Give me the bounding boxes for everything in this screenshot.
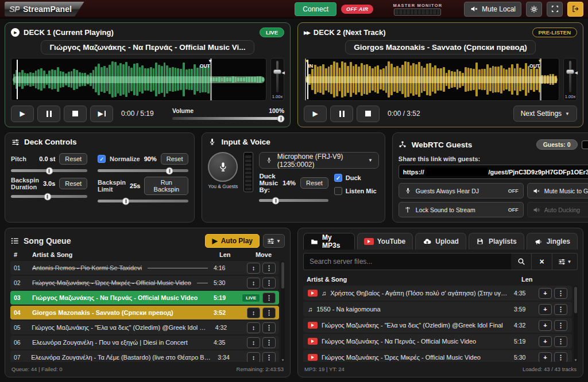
duck-reset-button[interactable]: Reset [300, 177, 328, 189]
pitch-slider[interactable] [11, 169, 87, 172]
deck1-live-badge: LIVE [260, 28, 284, 37]
queue-row[interactable]: 02Γιώργος Μαζωνάκης - Ώρες Μικρές - Offi… [10, 276, 279, 290]
queue-row[interactable]: 05Γιώργος Μαζωνάκης - "Ελα να δεις" (Ozl… [10, 321, 279, 334]
run-backspin-button[interactable]: Run Backspin [144, 177, 188, 195]
clear-search-button[interactable]: × [532, 253, 552, 270]
deck2-rate-slider-thumb[interactable] [566, 69, 574, 74]
library-row-menu-button[interactable]: ⋮ [554, 288, 567, 299]
tab-youtube[interactable]: YouTube [357, 233, 413, 250]
backspin-limit-slider[interactable] [98, 200, 188, 202]
library-row-menu-button[interactable]: ⋮ [554, 304, 567, 315]
guest-link-field[interactable]: https:// /guest/PjnC3D9z9pH7GDFp1OEr3Dd2… [399, 165, 588, 179]
normalize-slider[interactable] [98, 169, 188, 172]
logout-button[interactable] [567, 2, 583, 17]
deck1-volume-slider-thumb[interactable] [277, 115, 285, 122]
auto-play-button[interactable]: ▶ Auto Play [205, 234, 260, 248]
deck1-pause-button[interactable] [37, 106, 60, 122]
queue-row[interactable]: 06Ελεωνόρα Ζουγανέλη - Που να εξηγώ | Di… [10, 336, 279, 349]
duck-music-slider-thumb[interactable] [272, 197, 280, 204]
deck2-pause-button[interactable] [330, 106, 353, 122]
library-row-add-button[interactable]: + [539, 320, 552, 331]
normalize-checkbox[interactable]: ✓ [98, 155, 106, 163]
tab-playlists[interactable]: Playlists [469, 233, 524, 250]
listen-mic-checkbox-row[interactable]: Listen Mic [334, 187, 379, 195]
deck2-waveform[interactable]: ▼ IN ▼ OUT [304, 58, 559, 101]
queue-scrollbar[interactable]: ▼ [281, 261, 285, 362]
queue-row-move-button[interactable]: ↕ [247, 278, 260, 289]
library-row-menu-button[interactable]: ⋮ [554, 352, 567, 362]
queue-row[interactable]: 04Giorgos Mazonakis - Savvato (Српски пр… [10, 306, 279, 319]
library-row-add-button[interactable]: + [539, 304, 552, 315]
queue-row[interactable]: 07Ελεωνόρα Ζουγανέλη - Τα Λέμε (Bastardo… [10, 350, 279, 362]
normalize-slider-thumb[interactable] [166, 167, 173, 174]
library-row-menu-button[interactable]: ⋮ [554, 336, 567, 347]
queue-row-move-button[interactable]: ↕ [247, 322, 260, 333]
queue-row[interactable]: 01Antonis Remos - Pio Kormi Se Taxidevi4… [10, 261, 279, 275]
duck-checkbox[interactable]: ✓ [334, 174, 342, 182]
normalize-reset-button[interactable]: Reset [161, 153, 189, 165]
queue-row-move-button[interactable]: ↕ [247, 307, 260, 318]
search-input[interactable] [303, 253, 511, 270]
library-row-add-button[interactable]: + [539, 352, 552, 362]
deck2-rate-slider[interactable]: ◀ 1.00x [563, 58, 577, 101]
library-row[interactable]: Γιώργος Μαζωνάκης - "Ελα να δεις" (Ozled… [303, 318, 572, 333]
queue-row-move-button[interactable]: ↕ [247, 263, 260, 274]
library-row[interactable]: ♫Χρήστος Θηβαίος - Αγάπη (Πόσο πολύ σ' α… [303, 286, 572, 301]
queue-row-menu-button[interactable]: ⋮ [262, 278, 276, 289]
settings-button[interactable] [526, 2, 542, 17]
connect-button[interactable]: Connect [295, 2, 336, 16]
fullscreen-button[interactable] [547, 2, 563, 17]
tab-jingles[interactable]: Jingles [527, 233, 578, 250]
backspin-duration-reset-button[interactable]: Reset [59, 178, 87, 189]
queue-row-menu-button[interactable]: ⋮ [262, 307, 276, 318]
mic-talk-button[interactable] [208, 152, 238, 182]
waveform-bar [40, 68, 42, 91]
library-scrollbar[interactable]: ▼ [574, 286, 578, 362]
waveform-bar [314, 65, 316, 94]
deck1-waveform[interactable]: ▼ OUT [11, 58, 266, 101]
backspin-duration-slider[interactable] [11, 195, 87, 198]
queue-row-move-button[interactable]: ↕ [247, 337, 260, 348]
deck1-stop-button[interactable] [64, 106, 87, 122]
pitch-slider-thumb[interactable] [45, 167, 53, 174]
duck-checkbox-row[interactable]: ✓ Duck [334, 174, 379, 182]
queue-row[interactable]: 03Γιώργος Μαζωνάκης - Να Περνάς - Offici… [10, 291, 279, 305]
queue-row-menu-button[interactable]: ⋮ [262, 263, 276, 274]
toggle-lock-sound-to-stream[interactable]: Lock Sound to StreamOFF [399, 202, 524, 217]
library-row[interactable]: Γιώργος Μαζωνάκης - Ώρες Μικρές - Offici… [303, 350, 572, 362]
queue-row-move-button[interactable]: ↕ [247, 352, 260, 362]
library-row-menu-button[interactable]: ⋮ [554, 320, 567, 331]
toggle-mute-music-to-guests[interactable]: Mute Music to GuestsOFF [527, 183, 588, 198]
deck1-next-button[interactable]: ▶ [90, 106, 113, 122]
deck2-stop-button[interactable] [357, 106, 380, 122]
library-row[interactable]: ♫1550 - Na kaigomouna3:59+⋮ [303, 302, 572, 317]
backspin-limit-slider-thumb[interactable] [122, 197, 130, 205]
queue-settings-button[interactable]: ▼ [263, 234, 285, 248]
waveform-bar [454, 72, 456, 87]
toggle-guests-always-hear-dj[interactable]: Guests Always Hear DJOFF [399, 183, 524, 198]
library-row-add-button[interactable]: + [539, 288, 552, 299]
pitch-reset-button[interactable]: Reset [59, 153, 87, 165]
tab-my-mp3s[interactable]: My MP3s [303, 233, 355, 250]
duck-music-slider[interactable] [259, 199, 328, 202]
tab-upload[interactable]: Upload [415, 233, 466, 250]
deck1-volume-slider[interactable] [172, 117, 284, 120]
deck1-rate-slider-thumb[interactable] [273, 69, 281, 74]
waveform-bar [229, 77, 231, 81]
queue-row-menu-button[interactable]: ⋮ [262, 322, 276, 333]
deck1-rate-slider[interactable]: ◀ 1.00x [270, 58, 284, 101]
queue-row-menu-button[interactable]: ⋮ [262, 352, 276, 362]
mic-device-select[interactable]: Microphone (FRJ-V9) (1235:0002) ▼ [259, 152, 378, 169]
queue-row-menu-button[interactable]: ⋮ [262, 293, 276, 303]
library-row[interactable]: Γιώργος Μαζωνάκης - Να Περνάς - Official… [303, 334, 572, 349]
library-row-add-button[interactable]: + [539, 336, 552, 347]
queue-row-menu-button[interactable]: ⋮ [262, 337, 276, 348]
listen-mic-checkbox[interactable] [334, 187, 342, 195]
next-settings-button[interactable]: Next Settings ▼ [513, 106, 577, 122]
search-button[interactable] [511, 253, 532, 270]
deck2-play-button[interactable]: ▶ [304, 106, 327, 122]
search-filter-button[interactable]: ▼ [552, 253, 578, 270]
backspin-duration-slider-thumb[interactable] [44, 193, 51, 200]
mute-local-button[interactable]: Mute Local [464, 2, 521, 17]
deck1-play-button[interactable]: ▶ [11, 106, 34, 122]
